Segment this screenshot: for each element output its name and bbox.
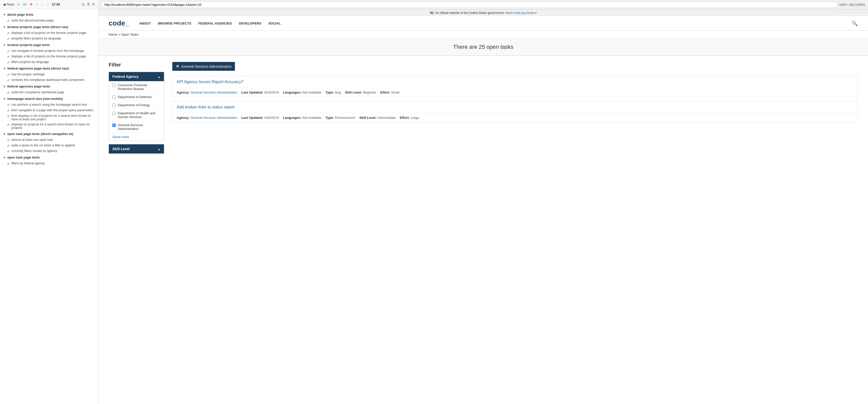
filter-option-hhs[interactable]: Department of Health and Human Services [109, 109, 164, 121]
group-label: open task page tests [7, 155, 40, 159]
pass-check-icon: ✔ [7, 19, 10, 23]
target-icon[interactable]: ⊙ [82, 2, 85, 7]
group-label: federal agencies page tests (direct nav) [7, 66, 69, 70]
test-item: ✔returns at least one open task [0, 137, 98, 143]
filter-section-label: Skill Level [113, 147, 130, 151]
test-group-federal-agencies[interactable]: ▼federal agencies page tests [0, 83, 98, 90]
test-item-label: displays a list of projects on the brows… [11, 31, 86, 35]
filter-section-federal-agency: Federal AgencyConsumer Financial Protect… [108, 72, 164, 141]
back-arrow-icon: ◀ [3, 2, 5, 6]
filter-option-doe[interactable]: Department of Energy [109, 101, 164, 109]
filter-option-gsa[interactable]: General Services Administration [109, 121, 164, 133]
test-item-label: displays no projects for a search term k… [11, 123, 95, 130]
fail-x-icon: ✖ [30, 2, 33, 6]
site-nav: ABOUTBROWSE PROJECTSFEDERAL AGENCIESDEVE… [139, 22, 281, 25]
test-group-about-page[interactable]: ▼about page tests [0, 11, 98, 18]
task-type: Type: Bug [326, 90, 341, 94]
pause-icon[interactable]: ⏸ [86, 2, 90, 7]
show-more-link[interactable]: Show more [109, 133, 164, 141]
test-item: ✔adds a query to the url when a filter i… [0, 143, 98, 148]
task-type-label: Type: [326, 116, 334, 120]
test-item: ✔then displays a list of projects for a … [0, 113, 98, 122]
chevron-down-icon: ▼ [3, 133, 6, 136]
search-icon[interactable]: 🔍 [851, 20, 858, 26]
us-flag-icon: 🇺🇸 [430, 11, 434, 15]
filter-checkbox-hhs[interactable] [113, 112, 116, 115]
pass-check-icon: ✔ [17, 2, 20, 6]
chevron-down-icon: ▼ [3, 97, 6, 100]
test-group-open-task-direct[interactable]: ▼open task page tests (direct navigation… [0, 131, 98, 137]
pass-check-icon: ✔ [7, 55, 10, 59]
nav-item-developers[interactable]: DEVELOPERS [239, 22, 261, 25]
task-agency-link[interactable]: General Services Administration [190, 90, 237, 94]
back-button[interactable]: ◀ Tests [3, 2, 14, 6]
filter-checkbox-cfpb[interactable] [113, 84, 116, 87]
nav-item-federal-agencies[interactable]: FEDERAL AGENCIES [198, 22, 231, 25]
task-agency-label: Agency: [177, 116, 189, 120]
filter-options-federal-agency: Consumer Financial Protection BureauDepa… [109, 81, 164, 141]
filter-section-label: Federal Agency [113, 75, 139, 79]
filter-checkbox-dod[interactable] [113, 95, 116, 99]
filter-section-header-federal-agency[interactable]: Federal Agency [109, 72, 164, 81]
test-item-label: can perform a search using the homepage … [11, 103, 87, 107]
browser-frame: 1000 × 660 (100%) 🇺🇸 An official website… [98, 0, 868, 404]
test-group-browse-projects-direct[interactable]: ▼browse projects page tests (direct nav) [0, 24, 98, 30]
task-cards: API Agency Issues Report Accuracy? Agenc… [172, 76, 858, 122]
test-item-label: adds a query to the url when a filter is… [11, 144, 75, 147]
test-header: ◀ Tests ✔ 17 ✖ -- ◌ -- 37.95 ⊙ ⏸ ↻ [0, 0, 98, 9]
filter-option-label: General Services Administration [118, 123, 160, 131]
task-skill-level-label: Skill Level: [345, 90, 362, 94]
task-languages: Languages: Not Available [283, 116, 321, 120]
filter-option-label: Consumer Financial Protection Bureau [118, 83, 160, 91]
test-item: ✔visits the about/overview page [0, 18, 98, 24]
filter-checkbox-gsa[interactable] [113, 124, 116, 127]
test-group-open-task[interactable]: ▼open task page tests [0, 154, 98, 161]
task-skill-level: Skill Level: Beginner [345, 90, 376, 94]
test-group-homepage-search[interactable]: ▼homepage search box (non-mobile) [0, 95, 98, 102]
test-item: ✔displays a list of projects on the brow… [0, 54, 98, 59]
task-effort: Effort: Large [400, 116, 419, 120]
breadcrumb-home-link[interactable]: Home [108, 33, 118, 36]
task-skill-level: Skill Level: Intermediate [359, 116, 396, 120]
pending-count: -- [46, 2, 49, 6]
filter-option-dod[interactable]: Department of Defense [109, 93, 164, 101]
nav-item-browse-projects[interactable]: BROWSE PROJECTS [158, 22, 191, 25]
task-title-link[interactable]: API Agency Issues Report Accuracy? [177, 80, 243, 84]
pending-circle-icon: ◌ [41, 2, 43, 6]
task-type: Type: Enhancement [326, 116, 355, 120]
filter-option-cfpb[interactable]: Consumer Financial Protection Bureau [109, 81, 164, 93]
gov-banner: 🇺🇸 An official website of the United Sta… [98, 9, 868, 16]
test-score: 37.95 [52, 2, 60, 6]
test-item-label: then displays a list of projects for a s… [11, 114, 95, 121]
site-logo[interactable]: code_ [108, 19, 129, 27]
active-filter-tag-gsa-filter: ✕General Services Administration [172, 62, 235, 71]
url-bar[interactable] [101, 1, 837, 8]
test-group-federal-agencies-direct[interactable]: ▼federal agencies page tests (direct nav… [0, 65, 98, 72]
task-agency-label: Agency: [177, 90, 189, 94]
group-label: open task page tests (direct navigation … [7, 132, 73, 136]
how-you-know-link[interactable]: Here's how you know ▾ [505, 11, 536, 15]
task-agency-link[interactable]: General Services Administration [190, 116, 237, 120]
pass-check-icon: ✔ [7, 123, 10, 127]
nav-item-about[interactable]: ABOUT [139, 22, 151, 25]
refresh-icon[interactable]: ↻ [92, 2, 95, 7]
chevron-down-icon: ▼ [3, 44, 6, 47]
logo-text: code_ [108, 19, 129, 27]
test-item-label: filters by federal agency [11, 162, 45, 165]
task-title-link[interactable]: Add broken links to status report [177, 105, 235, 109]
filter-section-header-skill-level[interactable]: Skill Level [109, 144, 164, 153]
task-languages-label: Languages: [283, 90, 301, 94]
filter-section-skill-level: Skill Level [108, 144, 164, 154]
test-item: ✔displays a list of projects on the brow… [0, 30, 98, 36]
group-label: about page tests [7, 12, 33, 17]
pass-count: 17 [23, 2, 27, 6]
page-title: There are 25 open tasks [108, 44, 858, 50]
gov-banner-text: An official website of the United States… [435, 11, 504, 15]
test-group-browse-projects[interactable]: ▼browse projects page tests [0, 41, 98, 48]
active-filters: ✕General Services Administration [172, 62, 858, 76]
filter-checkbox-doe[interactable] [113, 104, 116, 107]
nav-item-social[interactable]: SOCIAL [268, 22, 281, 25]
group-label: federal agencies page tests [7, 84, 50, 88]
group-label: homepage search box (non-mobile) [7, 97, 63, 100]
remove-filter-button[interactable]: ✕ [176, 64, 179, 69]
